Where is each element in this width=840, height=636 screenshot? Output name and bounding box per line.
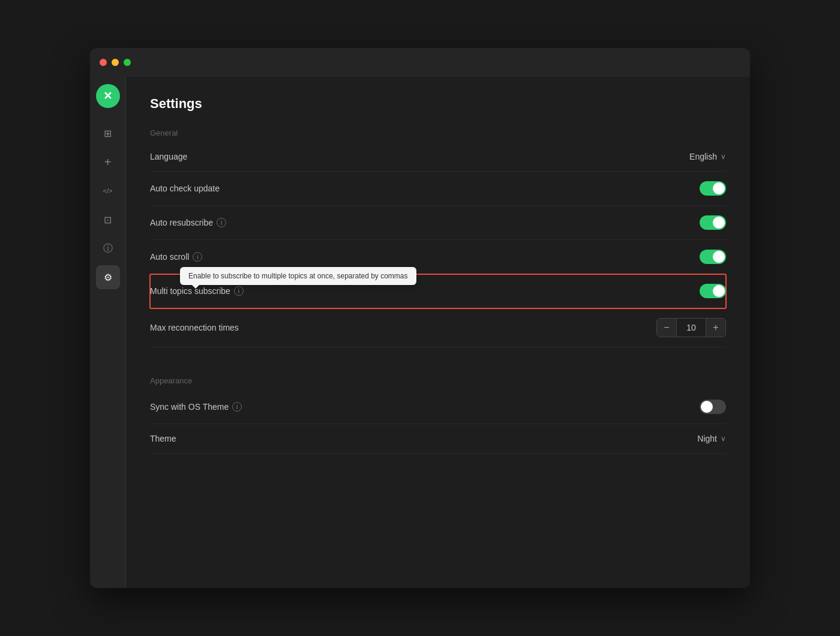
sync-os-theme-toggle[interactable] xyxy=(700,400,726,414)
app-logo: ✕ xyxy=(96,84,120,108)
sync-os-theme-row: Sync with OS Theme i xyxy=(150,390,726,424)
traffic-lights xyxy=(100,59,131,66)
sidebar-item-code[interactable]: </> xyxy=(96,179,120,203)
sync-os-theme-label: Sync with OS Theme i xyxy=(150,402,242,412)
multi-topics-subscribe-row: Enable to subscribe to multiple topics a… xyxy=(150,274,726,308)
auto-resubscribe-info-icon[interactable]: i xyxy=(217,218,226,227)
sidebar: ✕ ⊞ + </> ⊡ ⓘ ⚙ xyxy=(90,77,126,588)
reconnection-stepper: − 10 + xyxy=(656,318,726,337)
toggle-knob xyxy=(713,251,725,263)
auto-scroll-info-icon[interactable]: i xyxy=(193,252,202,262)
code-icon: </> xyxy=(103,187,113,194)
theme-select[interactable]: Night ∨ xyxy=(697,434,726,443)
gear-icon: ⚙ xyxy=(104,272,112,283)
toggle-knob xyxy=(701,401,713,413)
stepper-value: 10 xyxy=(676,319,706,337)
auto-check-update-row: Auto check update xyxy=(150,172,726,206)
theme-value: Night xyxy=(697,434,717,443)
appearance-section-label: Appearance xyxy=(150,376,726,385)
sidebar-item-add[interactable]: + xyxy=(96,150,120,174)
max-reconnection-times-label: Max reconnection times xyxy=(150,323,239,332)
settings-content: Settings General Language English ∨ Auto… xyxy=(126,77,750,588)
app-window: ✕ ⊞ + </> ⊡ ⓘ ⚙ Settings xyxy=(90,48,750,588)
toggle-knob xyxy=(713,285,725,297)
language-select[interactable]: English ∨ xyxy=(689,152,726,161)
max-reconnection-times-row: Max reconnection times − 10 + xyxy=(150,308,726,347)
multi-topics-subscribe-toggle[interactable] xyxy=(700,284,726,298)
auto-scroll-row: Auto scroll i xyxy=(150,240,726,274)
add-icon: + xyxy=(104,155,112,169)
sidebar-item-info[interactable]: ⓘ xyxy=(96,236,120,260)
auto-resubscribe-label: Auto resubscribe i xyxy=(150,218,226,227)
titlebar xyxy=(90,48,750,77)
language-label: Language xyxy=(150,152,187,161)
auto-check-update-toggle[interactable] xyxy=(700,181,726,196)
main-content: ✕ ⊞ + </> ⊡ ⓘ ⚙ Settings xyxy=(90,77,750,588)
info-circle-icon: ⓘ xyxy=(103,242,113,255)
scan-icon: ⊡ xyxy=(104,214,112,226)
general-section-label: General xyxy=(150,128,726,137)
toggle-knob xyxy=(713,182,725,194)
chevron-down-icon: ∨ xyxy=(721,434,726,443)
minimize-button[interactable] xyxy=(112,59,119,66)
sidebar-item-scan[interactable]: ⊡ xyxy=(96,208,120,232)
sidebar-item-settings[interactable]: ⚙ xyxy=(96,265,120,289)
auto-resubscribe-toggle[interactable] xyxy=(700,215,726,230)
maximize-button[interactable] xyxy=(124,59,131,66)
chevron-down-icon: ∨ xyxy=(721,152,726,161)
multi-topics-info-icon[interactable]: i xyxy=(234,286,244,296)
auto-scroll-label: Auto scroll i xyxy=(150,252,202,262)
language-row: Language English ∨ xyxy=(150,142,726,172)
logo-icon: ✕ xyxy=(103,89,112,103)
close-button[interactable] xyxy=(100,59,107,66)
language-value: English xyxy=(689,152,717,161)
toggle-knob xyxy=(713,217,725,229)
sync-os-theme-info-icon[interactable]: i xyxy=(232,402,242,412)
page-title: Settings xyxy=(150,96,726,112)
stepper-increment-button[interactable]: + xyxy=(706,319,725,337)
multi-topics-subscribe-label: Multi topics subscribe i xyxy=(150,286,244,296)
sidebar-item-clipboard[interactable]: ⊞ xyxy=(96,121,120,145)
clipboard-icon: ⊞ xyxy=(104,128,112,139)
theme-row: Theme Night ∨ xyxy=(150,424,726,454)
auto-check-update-label: Auto check update xyxy=(150,184,220,193)
auto-scroll-toggle[interactable] xyxy=(700,250,726,264)
auto-resubscribe-row: Auto resubscribe i xyxy=(150,206,726,240)
stepper-decrement-button[interactable]: − xyxy=(657,319,676,337)
theme-label: Theme xyxy=(150,434,176,443)
